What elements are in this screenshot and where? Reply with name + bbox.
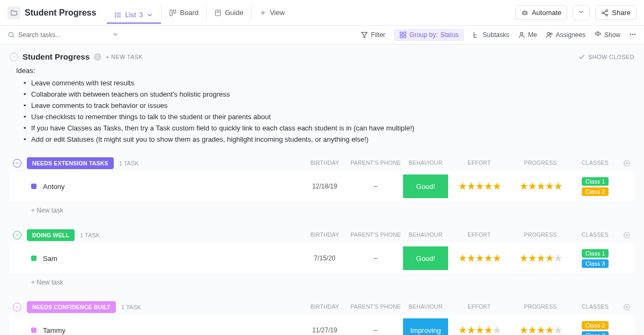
star-icon: ★ (554, 324, 562, 335)
task-row[interactable]: Sam 7/15/20 – Good! ★★★★★ ★★★★★ Class 1C… (10, 243, 634, 273)
class-tag[interactable]: Class 3 (582, 331, 609, 336)
info-icon[interactable]: i (94, 53, 101, 61)
assignees-button[interactable]: Assignees (546, 31, 586, 39)
svg-point-33 (630, 33, 631, 34)
new-task-row[interactable]: + New task (10, 201, 634, 214)
plus-circle-icon (623, 303, 631, 311)
class-tag[interactable]: Class 2 (582, 187, 609, 196)
cell-effort[interactable]: ★★★★★ (449, 324, 510, 335)
svg-line-21 (604, 13, 606, 14)
star-icon: ★ (537, 252, 545, 264)
star-rating[interactable]: ★★★★★ (519, 252, 562, 264)
star-icon: ★ (545, 324, 553, 335)
automate-label: Automate (532, 9, 562, 17)
col-header-effort: EFFORT (449, 231, 510, 239)
status-chip[interactable]: NEEDS CONFIDENCE BUILT (27, 301, 116, 313)
star-rating[interactable]: ★★★★★ (519, 180, 562, 192)
search-chevron[interactable] (112, 31, 119, 40)
task-count: 1 TASK (121, 304, 141, 310)
status-group: DOING WELL 1 TASK BIRTHDAY PARENT'S PHON… (10, 229, 634, 286)
col-header-behaviour: BEHAVIOUR (402, 231, 449, 239)
share-button[interactable]: Share (595, 5, 636, 20)
automate-button[interactable]: Automate (515, 5, 568, 20)
star-rating[interactable]: ★★★★★ (458, 324, 501, 335)
status-chip[interactable]: NEEDS EXTENSION TASKS (27, 157, 114, 169)
tab-board[interactable]: Board (161, 4, 206, 21)
groupby-chip[interactable]: Group by: Status (394, 29, 464, 41)
search-wrap (8, 31, 104, 39)
star-rating[interactable]: ★★★★★ (458, 180, 501, 192)
col-header-classes: CLASSES (571, 231, 619, 239)
add-column-button[interactable] (619, 159, 634, 167)
new-task-row[interactable]: + New task (10, 273, 634, 286)
subtasks-button[interactable]: Subtasks (473, 31, 509, 39)
collapse-group-toggle[interactable] (13, 303, 21, 311)
add-column-button[interactable] (619, 303, 634, 311)
collapse-section-toggle[interactable] (10, 53, 18, 61)
filter-label: Filter (371, 31, 385, 39)
task-row[interactable]: Tammy 11/27/19 – Improving ★★★★★ ★★★★★ C… (10, 315, 634, 335)
svg-rect-26 (404, 32, 406, 34)
cell-progress[interactable]: ★★★★★ (510, 324, 571, 335)
collapse-group-toggle[interactable] (13, 231, 21, 239)
status-chip[interactable]: DOING WELL (27, 229, 75, 241)
star-rating[interactable]: ★★★★★ (458, 252, 501, 264)
ideas-item: If you have Classes as Tasks, then try a… (24, 124, 634, 132)
show-closed-button[interactable]: SHOW CLOSED (578, 53, 634, 61)
me-button[interactable]: Me (518, 31, 537, 39)
new-task-button[interactable]: + NEW TASK (106, 54, 143, 60)
automate-chevron[interactable] (573, 5, 590, 20)
more-menu[interactable] (629, 31, 636, 40)
class-tag[interactable]: Class 1 (582, 249, 609, 258)
cell-phone: – (349, 183, 402, 190)
svg-point-35 (634, 33, 635, 34)
class-tag[interactable]: Class 2 (582, 321, 609, 330)
filter-icon (361, 31, 368, 39)
star-icon: ★ (519, 180, 528, 192)
check-icon (578, 53, 586, 61)
ideas-item: Leave comments with test results (24, 79, 634, 87)
star-icon: ★ (475, 324, 484, 335)
status-group: NEEDS EXTENSION TASKS 1 TASK BIRTHDAY PA… (10, 157, 634, 214)
show-closed-label: SHOW CLOSED (588, 54, 634, 60)
cell-behaviour[interactable]: Good! (402, 174, 449, 198)
cell-behaviour[interactable]: Good! (402, 246, 449, 270)
cell-phone: – (349, 254, 402, 262)
class-tag[interactable]: Class 3 (582, 259, 609, 268)
col-header-phone: PARENT'S PHONE (349, 231, 402, 239)
toolbar-right: Filter Group by: Status Subtasks Me Assi… (361, 29, 636, 41)
show-label: Show (604, 31, 620, 39)
cell-progress[interactable]: ★★★★★ (510, 180, 571, 192)
svg-rect-7 (173, 10, 175, 13)
add-column-button[interactable] (619, 231, 634, 239)
folder-icon[interactable] (8, 6, 20, 19)
star-icon: ★ (554, 180, 562, 192)
search-icon (8, 31, 15, 39)
tab-list[interactable]: List 3 (107, 6, 161, 24)
user-icon (518, 31, 525, 39)
content-area: Student Progress i + NEW TASK SHOW CLOSE… (0, 45, 644, 335)
search-input[interactable] (18, 31, 88, 39)
top-bar: Student Progress List 3 Board Guide View… (0, 0, 644, 26)
task-name: Sam (43, 254, 301, 263)
star-rating[interactable]: ★★★★★ (519, 324, 562, 335)
col-header-effort: EFFORT (449, 303, 510, 311)
filter-button[interactable]: Filter (361, 31, 385, 39)
class-tag[interactable]: Class 1 (582, 177, 609, 186)
subtasks-icon (473, 31, 480, 39)
task-row[interactable]: Antony 12/18/19 – Good! ★★★★★ ★★★★★ Clas… (10, 171, 634, 201)
svg-rect-6 (170, 10, 172, 16)
show-button[interactable]: Show (594, 31, 620, 39)
collapse-group-toggle[interactable] (13, 159, 21, 168)
ideas-item: Add or edit Statuses (It might suit you … (24, 135, 634, 143)
cell-effort[interactable]: ★★★★★ (449, 252, 510, 264)
tab-add-view[interactable]: View (251, 4, 292, 21)
col-header-progress: PROGRESS (510, 231, 571, 239)
cell-behaviour[interactable]: Improving (402, 318, 449, 335)
cell-progress[interactable]: ★★★★★ (510, 252, 571, 264)
dots-icon (629, 31, 636, 38)
star-icon: ★ (467, 180, 475, 192)
tab-guide[interactable]: Guide (206, 4, 251, 21)
cell-phone: – (349, 326, 402, 334)
cell-effort[interactable]: ★★★★★ (449, 180, 510, 192)
